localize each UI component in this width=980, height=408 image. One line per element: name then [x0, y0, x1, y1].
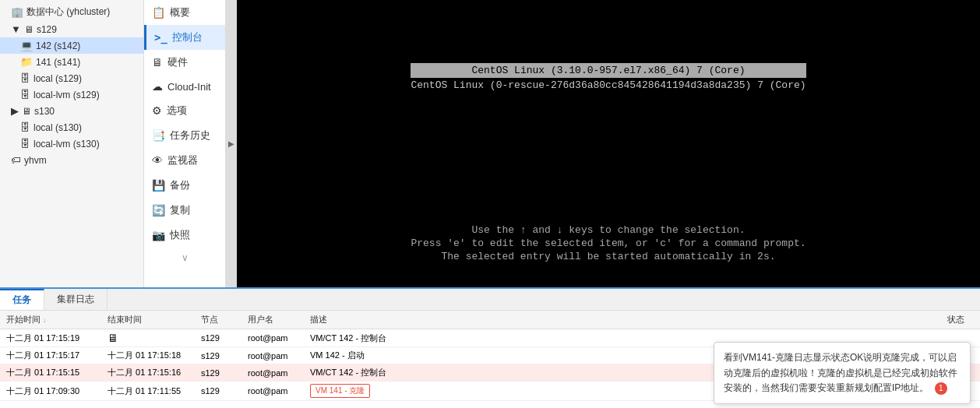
- tab-cluster-log[interactable]: 集群日志: [44, 289, 108, 310]
- tooltip-text: 看到VM141-克隆日志显示状态OK说明克隆完成，可以启动克隆后的虚拟机啦！克隆…: [724, 352, 957, 392]
- arrow-icon: ▶: [228, 139, 234, 148]
- nav-monitor-label: 监视器: [167, 153, 198, 167]
- cell-start: 十二月 01 17:09:30: [0, 382, 101, 401]
- sidebar-item-vm142[interactable]: 💻 142 (s142): [0, 37, 143, 54]
- nav-cloudinit-label: Cloud-Init: [167, 81, 211, 93]
- middle-nav: 📋 概要 >_ 控制台 🖥 硬件 ☁ Cloud-Init ⚙ 选项 📑 任务历…: [144, 0, 226, 287]
- terminal-bottom-line-1: Use the ↑ and ↓ keys to change the selec…: [411, 224, 806, 236]
- sidebar-item-yhvm[interactable]: 🏷 yhvm: [0, 152, 143, 168]
- backup-icon: 💾: [152, 179, 165, 192]
- sidebar-datacenter-label: 数据中心 (yhcluster): [26, 5, 110, 19]
- cell-user: root@pam: [241, 382, 304, 401]
- server-icon: ▼: [11, 23, 21, 35]
- expand-arrow[interactable]: ▶: [226, 0, 237, 287]
- desc-bordered-badge: VM 141 - 克隆: [310, 384, 370, 398]
- sidebar-item-local-lvm-s130[interactable]: 🗄 local-lvm (s130): [0, 135, 143, 152]
- cell-node: s129: [195, 329, 241, 347]
- gear-icon: ⚙: [152, 104, 162, 117]
- chevron-down-icon: ∨: [182, 252, 189, 263]
- sidebar-item-local-s129[interactable]: 🗄 local (s129): [0, 70, 143, 86]
- col-header-end[interactable]: 结束时间: [101, 311, 195, 329]
- hardware-icon: 🖥: [152, 56, 163, 69]
- nav-backup[interactable]: 💾 备份: [144, 173, 225, 198]
- camera-icon: 📷: [152, 229, 165, 241]
- nav-monitor[interactable]: 👁 监视器: [144, 148, 225, 173]
- sidebar-item-s129[interactable]: ▼ 🖥 s129: [0, 21, 143, 37]
- tab-tasks[interactable]: 任务: [0, 289, 44, 310]
- cell-end: 十二月 01 17:15:16: [101, 364, 195, 382]
- terminal-bottom-line-2: Press 'e' to edit the selected item, or …: [411, 237, 806, 249]
- nav-expand-more[interactable]: ∨: [144, 248, 225, 268]
- terminal-screen[interactable]: CentOS Linux (3.10.0-957.el7.x86_64) 7 (…: [237, 0, 980, 287]
- nav-cloudinit[interactable]: ☁ Cloud-Init: [144, 75, 225, 98]
- storage-lvm2-icon: 🗄: [20, 138, 30, 149]
- sidebar-vm141-label: 141 (s141): [36, 57, 80, 68]
- nav-options-label: 选项: [167, 104, 187, 118]
- nav-options[interactable]: ⚙ 选项: [144, 98, 225, 123]
- bottom-panel: 任务 集群日志 开始时间 ↓ 结束时间 节点 用户名 描述 状态: [0, 287, 980, 408]
- nav-snapshot-label: 快照: [170, 228, 190, 242]
- cell-end: 十二月 01 17:15:18: [101, 347, 195, 364]
- nav-replicate-label: 复制: [170, 203, 190, 217]
- tooltip-badge: 1: [935, 382, 947, 395]
- sidebar-item-vm141[interactable]: 📁 141 (s141): [0, 54, 143, 70]
- sidebar-item-local-s130[interactable]: 🗄 local (s130): [0, 119, 143, 135]
- nav-snapshot[interactable]: 📷 快照: [144, 223, 225, 248]
- col-header-start[interactable]: 开始时间 ↓: [0, 311, 101, 329]
- sidebar-s130-label: s130: [34, 106, 55, 117]
- eye-icon: 👁: [152, 154, 163, 167]
- col-header-desc[interactable]: 描述: [304, 311, 941, 329]
- nav-hardware-label: 硬件: [167, 55, 188, 69]
- datacenter-icon: 🏢: [11, 6, 23, 18]
- monitor-icon: 🖥: [108, 332, 118, 344]
- cell-end: 🖥: [101, 329, 195, 347]
- history-icon: 📑: [152, 129, 165, 142]
- task-table: 开始时间 ↓ 结束时间 节点 用户名 描述 状态 十二月 01 17:15:19…: [0, 311, 980, 408]
- console-icon: >_: [154, 31, 167, 44]
- sidebar-item-local-lvm-s129[interactable]: 🗄 local-lvm (s129): [0, 86, 143, 103]
- sidebar-local-s130-label: local (s130): [33, 122, 82, 133]
- nav-console-label: 控制台: [172, 30, 203, 44]
- terminal-line-1: CentOS Linux (3.10.0-957.el7.x86_64) 7 (…: [411, 63, 806, 78]
- sidebar-yhvm-label: yhvm: [24, 155, 47, 166]
- terminal-line-2: CentOS Linux (0-rescue-276d36a80cc845428…: [411, 79, 806, 91]
- cell-user: root@pam: [241, 364, 304, 382]
- tag-icon: 🏷: [11, 154, 21, 166]
- left-sidebar: 🏢 数据中心 (yhcluster) ▼ 🖥 s129 💻 142 (s142)…: [0, 0, 144, 287]
- tooltip-box: 看到VM141-克隆日志显示状态OK说明克隆完成，可以启动克隆后的虚拟机啦！克隆…: [714, 342, 971, 404]
- server2-icon: ▶: [11, 105, 19, 117]
- sidebar-local-lvm-s130-label: local-lvm (s130): [33, 139, 100, 149]
- sidebar-item-datacenter[interactable]: 🏢 数据中心 (yhcluster): [0, 3, 143, 21]
- nav-summary-label: 概要: [170, 5, 190, 19]
- bottom-tabs: 任务 集群日志: [0, 289, 980, 311]
- cell-user: root@pam: [241, 347, 304, 364]
- cloud-icon: ☁: [152, 80, 163, 93]
- nav-hardware[interactable]: 🖥 硬件: [144, 50, 225, 75]
- nav-summary[interactable]: 📋 概要: [144, 0, 225, 25]
- sidebar-item-s130[interactable]: ▶ 🖥 s130: [0, 103, 143, 119]
- terminal-bottom-line-3: The selected entry will be started autom…: [411, 251, 806, 262]
- cell-start: 十二月 01 17:15:19: [0, 329, 101, 347]
- vm-icon: 💻: [20, 40, 33, 51]
- storage2-icon: 🗄: [20, 121, 30, 133]
- nav-console[interactable]: >_ 控制台: [144, 25, 225, 50]
- nav-taskhistory-label: 任务历史: [170, 128, 210, 142]
- summary-icon: 📋: [152, 6, 165, 19]
- replicate-icon: 🔄: [152, 204, 165, 216]
- sort-icon: ↓: [43, 316, 47, 324]
- cell-start: 十二月 01 17:15:15: [0, 364, 101, 382]
- sidebar-s129-label: s129: [37, 24, 57, 35]
- nav-replicate[interactable]: 🔄 复制: [144, 198, 225, 223]
- nav-taskhistory[interactable]: 📑 任务历史: [144, 123, 225, 148]
- sidebar-local-lvm-s129-label: local-lvm (s129): [33, 90, 100, 100]
- cell-start: 十二月 01 17:15:17: [0, 347, 101, 364]
- cell-end: 十二月 01 17:11:55: [101, 382, 195, 401]
- cell-user: root@pam: [241, 329, 304, 347]
- col-header-user[interactable]: 用户名: [241, 311, 304, 329]
- folder-icon: 📁: [20, 56, 33, 68]
- storage-icon: 🗄: [20, 72, 30, 84]
- col-header-status[interactable]: 状态: [941, 311, 980, 329]
- cell-node: s129: [195, 347, 241, 364]
- col-header-node[interactable]: 节点: [195, 311, 241, 329]
- sidebar-vm142-label: 142 (s142): [36, 40, 80, 51]
